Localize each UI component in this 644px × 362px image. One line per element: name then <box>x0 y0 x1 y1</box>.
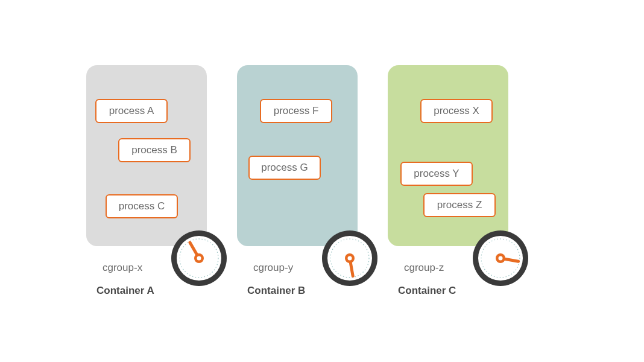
process-box: process B <box>118 138 191 162</box>
process-label: process A <box>109 105 154 117</box>
process-label: process X <box>434 105 479 117</box>
gauge-icon-b <box>320 228 380 288</box>
process-box: process A <box>95 99 168 123</box>
container-label-c: Container C <box>398 285 456 297</box>
diagram-stage: process A process B process C cgroup-x C… <box>0 0 644 362</box>
process-label: process F <box>274 105 319 117</box>
process-box: process C <box>106 194 178 218</box>
process-label: process C <box>119 200 165 212</box>
cgroup-label-b: cgroup-y <box>253 262 293 274</box>
process-label: process G <box>261 162 308 174</box>
container-box-c <box>388 65 508 246</box>
gauge-icon-c <box>470 228 531 288</box>
container-label-b: Container B <box>247 285 305 297</box>
gauge-icon-a <box>169 228 229 288</box>
cgroup-label-a: cgroup-x <box>103 262 142 274</box>
process-box: process G <box>248 156 321 180</box>
svg-point-14 <box>499 256 503 261</box>
process-label: process B <box>131 144 177 156</box>
svg-point-4 <box>197 256 201 261</box>
process-box: process F <box>260 99 332 123</box>
cgroup-label-c: cgroup-z <box>404 262 444 274</box>
process-box: process Z <box>423 193 496 217</box>
process-box: process X <box>420 99 493 123</box>
process-label: process Z <box>437 199 482 211</box>
svg-point-9 <box>348 256 352 261</box>
process-box: process Y <box>400 162 473 186</box>
container-label-a: Container A <box>96 285 154 297</box>
process-label: process Y <box>414 168 459 180</box>
